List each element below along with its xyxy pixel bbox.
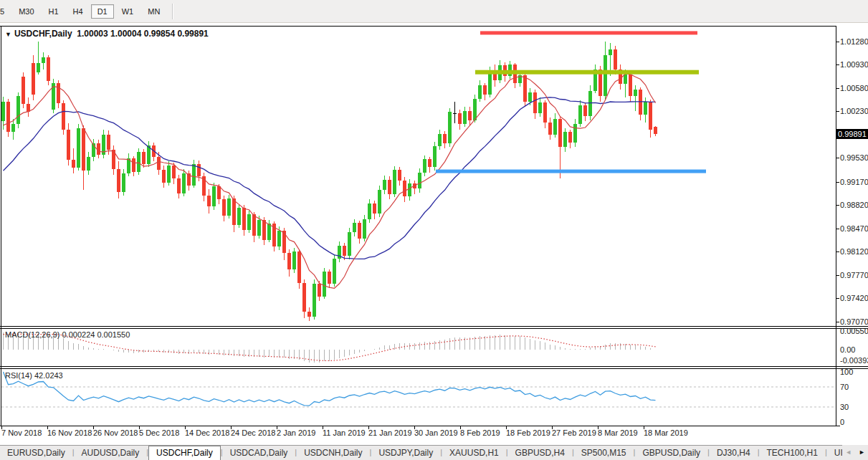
macd-main-value: 0.000224 [62,330,95,339]
price-tick-label: 1.01280 [840,37,868,46]
chart-title: ▼USDCHF,Daily 1.00003 1.00004 0.99854 0.… [5,29,209,39]
timeframe-button-mn[interactable]: MN [141,4,166,19]
date-tick-label: 26 Nov 2018 [93,428,138,437]
date-tick-label: 27 Feb 2019 [552,428,596,437]
date-tick-label: 18 Mar 2019 [644,428,688,437]
macd-tick-label: -0.003931 [840,356,868,365]
rsi-value: 42.0243 [34,371,63,380]
tab-usdcad-daily[interactable]: USDCAD,Daily [223,446,295,460]
date-tick-label: 8 Feb 2019 [460,428,500,437]
tab-usdjpy-daily[interactable]: USDJPY,Daily [371,446,440,460]
tab-dj30-h4[interactable]: DJ30,H4 [710,446,758,460]
date-tick-label: 7 Nov 2018 [1,428,42,437]
date-tick-label: 30 Jan 2019 [414,428,458,437]
tab-usdchf-daily[interactable]: USDCHF,Daily [148,446,221,460]
tab-tech100-h1[interactable]: TECH100,H1 [760,446,825,460]
price-tick-label: 0.98470 [840,224,868,233]
trading-app-window: 5M30H1H4D1W1MN ▼USDCHF,Daily 1.00003 1.0… [0,0,868,460]
tab-scroll-right-icon[interactable]: ► [859,445,865,460]
timeframe-button-5[interactable]: 5 [0,4,11,19]
macd-tick-label: 0.00 [840,345,855,354]
tab-audusd-daily[interactable]: AUDUSD,Daily [75,446,147,460]
tab-usdcnh-daily[interactable]: USDCNH,Daily [297,446,369,460]
tab-xauusd-h1[interactable]: XAUUSD,H1 [442,446,506,460]
date-tick-label: 21 Jan 2019 [368,428,412,437]
price-tick-label: 1.00230 [840,107,868,115]
tab-gbpusd-daily[interactable]: GBPUSD,Daily [635,446,707,460]
chart-window[interactable]: ▼USDCHF,Daily 1.00003 1.00004 0.99854 0.… [0,24,868,445]
chart-dropdown-icon[interactable]: ▼ [5,31,11,38]
date-tick-label: 18 Feb 2019 [506,428,550,437]
chart-tab-bar: EURUSD,Daily|AUDUSD,Daily|USDCHF,Daily|U… [0,445,868,460]
price-tick-label: 1.00930 [840,60,868,69]
price-tick-label: 0.97770 [840,271,868,279]
trend-line-support[interactable] [436,170,706,173]
date-tick-label: 8 Mar 2019 [598,428,638,437]
rsi-tick-label: 70 [840,383,849,391]
date-tick-label: 5 Dec 2018 [139,428,179,437]
price-tick-label: 1.00580 [840,84,868,92]
rsi-tick-label: 30 [840,403,849,411]
timeframe-button-h4[interactable]: H4 [67,4,90,19]
date-tick-label: 16 Nov 2018 [47,428,92,437]
date-tick-label: 14 Dec 2018 [185,428,229,437]
price-tick-label: 0.98120 [840,247,868,256]
rsi-tick-label: 0 [840,418,844,426]
timeframe-button-m30[interactable]: M30 [12,4,40,19]
current-price-tag: 0.99891 [836,129,868,139]
macd-tick-label: 0.005501 [840,327,868,335]
price-tick-label: 0.99170 [840,178,868,186]
toolbar-separator [172,4,173,19]
tab-scroll-arrows: ◄ ► [842,445,868,460]
timeframe-button-w1[interactable]: W1 [115,4,140,19]
trend-line-resistance-upper[interactable] [480,31,697,34]
rsi-tick-label: 100 [840,368,853,376]
date-tick-label: 24 Dec 2018 [231,428,275,437]
date-tick-label: 11 Jan 2019 [323,428,366,437]
tab-sp500-m15[interactable]: SP500,M15 [574,446,634,460]
chart-symbol-period: USDCHF,Daily [14,29,72,39]
chart-ohlc-values: 1.00003 1.00004 0.99854 0.99891 [77,29,209,39]
price-tick-label: 0.97070 [840,317,868,326]
date-tick-label: 2 Jan 2019 [277,428,315,437]
price-tick-label: 0.99530 [840,153,868,162]
rsi-indicator-label: RSI(14) 42.0243 [5,371,63,380]
trend-line-resistance-lower[interactable] [475,70,699,75]
tab-eurusd-daily[interactable]: EURUSD,Daily [0,446,72,460]
timeframe-button-h1[interactable]: H1 [42,4,65,19]
price-tick-label: 0.97420 [840,294,868,302]
macd-signal-value: 0.001550 [97,330,130,339]
timeframe-button-d1[interactable]: D1 [91,4,114,19]
chart-canvas[interactable] [0,24,868,445]
tab-gbpusd-h4[interactable]: GBPUSD,H4 [508,446,572,460]
tab-scroll-left-icon[interactable]: ◄ [845,445,852,460]
timeframe-toolbar: 5M30H1H4D1W1MN [0,0,868,23]
macd-indicator-label: MACD(12,26,9) 0.000224 0.001550 [5,330,130,339]
price-tick-label: 0.98820 [840,201,868,209]
